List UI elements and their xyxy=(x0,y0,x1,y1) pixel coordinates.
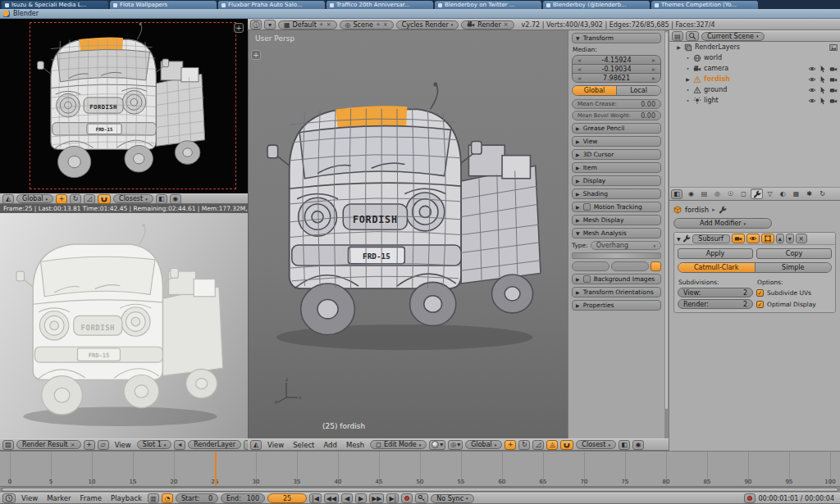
manipulator-rotate-icon[interactable]: ↻ xyxy=(518,440,530,450)
analysis-min-field[interactable] xyxy=(572,261,609,271)
tab-texture-icon[interactable]: ▦ xyxy=(790,188,802,199)
subdivide-uvs-option[interactable]: ✓ Subdivide UVs xyxy=(756,288,832,297)
render-engine-select[interactable]: Cycles Render ▾ xyxy=(396,20,459,30)
mean-crease-field[interactable]: Mean Crease: 0.00 xyxy=(572,99,661,109)
eye-icon[interactable] xyxy=(808,75,816,84)
add-scene-icon[interactable]: + xyxy=(376,21,381,28)
previous-layer-icon[interactable]: ◂ xyxy=(174,440,185,450)
tab-particles-icon[interactable]: ✱ xyxy=(803,188,815,199)
npanel-section-mesh-analysis[interactable]: ▼Mesh Analysis xyxy=(572,228,661,238)
add-modifier-button[interactable]: Add Modifier ▾ xyxy=(673,218,772,229)
catmull-clark-button[interactable]: Catmull-Clark xyxy=(678,263,756,272)
checkbox-icon[interactable] xyxy=(583,203,591,211)
browser-tab[interactable]: Themes Competition (Yo... xyxy=(651,1,758,9)
checkbox-icon[interactable] xyxy=(583,275,591,283)
manipulator-axis-icon[interactable]: ◬ xyxy=(546,440,558,450)
previous-keyframe-button[interactable]: ◀◀ xyxy=(324,493,339,503)
editor-type-properties-icon[interactable]: ◧ xyxy=(671,189,682,199)
timeline-ruler[interactable]: 0510152025303540455055606570758085909510… xyxy=(0,451,840,486)
eye-icon[interactable] xyxy=(808,86,816,94)
toolshelf-expand-icon[interactable]: + xyxy=(251,50,261,60)
editor-type-3dview-icon[interactable]: ◭ xyxy=(250,440,262,450)
eye-icon[interactable] xyxy=(808,97,816,105)
tab-object-icon[interactable]: ◻ xyxy=(737,188,750,199)
snap-peel-icon[interactable]: ◧ xyxy=(156,194,167,204)
snap-magnet-icon[interactable] xyxy=(560,440,573,450)
tab-modifiers-icon[interactable] xyxy=(751,188,763,199)
keying-set-icon[interactable] xyxy=(415,493,428,503)
scrollbar-handle[interactable] xyxy=(2,488,838,492)
modifier-view-toggle-icon[interactable] xyxy=(746,234,760,243)
npanel-section-item[interactable]: ▶Item xyxy=(572,162,661,173)
expand-arrow-icon[interactable]: ▶ xyxy=(685,76,691,82)
mode-select[interactable]: ◻ Edit Mode ▾ xyxy=(370,440,427,449)
npanel-section-motion-tracking[interactable]: ▶Motion Tracking xyxy=(572,202,661,212)
render-restrict-icon[interactable] xyxy=(829,86,838,94)
mesh-menu[interactable]: Mesh xyxy=(343,441,368,449)
npanel-section-background-images[interactable]: ▶Background Images xyxy=(572,274,661,284)
editor-type-3dview-icon[interactable]: ◭ xyxy=(2,194,14,204)
editor-type-outliner-icon[interactable]: ▤ xyxy=(672,31,683,41)
delete-modifier-icon[interactable]: × xyxy=(796,234,807,243)
view-menu[interactable]: View xyxy=(264,441,287,449)
outliner-item-world[interactable]: • world xyxy=(669,52,840,63)
add-layout-icon[interactable]: + xyxy=(319,21,324,28)
tab-physics-icon[interactable]: ↻ xyxy=(816,188,829,199)
analysis-toggle-icon[interactable] xyxy=(651,261,661,271)
image-datablock-select[interactable]: Render Result × xyxy=(16,440,81,449)
slot-select[interactable]: Slot 1 ▾ xyxy=(137,440,171,449)
truck-edit-mesh[interactable]: FORDISH FRD-15 xyxy=(261,81,556,356)
search-icon[interactable] xyxy=(686,31,699,41)
modifier-name-field[interactable]: Subsurf xyxy=(692,234,730,243)
browser-tab[interactable]: Fluxbar Praha Auto Salo... xyxy=(218,1,325,9)
sync-select[interactable]: No Sync ▾ xyxy=(431,494,473,503)
play-reverse-button[interactable]: ◀ xyxy=(341,493,353,503)
frame-lock-icon[interactable]: ◔ xyxy=(162,493,173,503)
local-button[interactable]: Local xyxy=(617,86,660,95)
region-expand-icon[interactable]: + xyxy=(234,23,244,33)
manipulator-translate-icon[interactable]: + xyxy=(56,194,67,204)
marker-menu[interactable]: Marker xyxy=(43,494,74,502)
playback-menu[interactable]: Playback xyxy=(107,494,145,502)
mean-bevel-field[interactable]: Mean Bevel Weight: 0.00 xyxy=(572,111,661,120)
render-restrict-icon[interactable] xyxy=(829,65,838,73)
screencast-icon[interactable] xyxy=(744,493,756,503)
optimal-display-option[interactable]: ✓ Optimal Display xyxy=(756,299,832,309)
render-restrict-icon[interactable] xyxy=(829,75,838,84)
npanel-section-3d-cursor[interactable]: ▶3D Cursor xyxy=(572,149,661,160)
copy-button[interactable]: Copy xyxy=(756,248,832,259)
browser-tab[interactable]: Isuzu & Speciali Media L... xyxy=(2,1,108,9)
editor-type-info-icon[interactable]: ⓘ xyxy=(250,20,262,30)
move-modifier-down-icon[interactable]: ▾ xyxy=(786,234,794,243)
end-frame-field[interactable]: End: 100 xyxy=(221,493,265,503)
move-modifier-up-icon[interactable]: ▴ xyxy=(776,234,784,243)
pivot-point-select[interactable]: ◎▾ xyxy=(448,440,463,450)
pointer-icon[interactable] xyxy=(819,86,827,94)
outliner-item-renderlayers[interactable]: ▶ RenderLayers xyxy=(669,42,840,52)
pointer-icon[interactable] xyxy=(819,97,827,105)
modifier-edit-toggle-icon[interactable] xyxy=(761,234,774,243)
select-menu[interactable]: Select xyxy=(290,441,317,449)
snap-peel-icon[interactable]: ◧ xyxy=(619,440,630,450)
modifier-render-toggle-icon[interactable] xyxy=(732,234,745,243)
render-layer-select[interactable]: RenderLayer xyxy=(188,440,241,449)
render-restrict-icon[interactable] xyxy=(829,97,838,105)
manipulator-scale-icon[interactable]: ◿ xyxy=(532,440,544,450)
timeline-scrollbar[interactable] xyxy=(0,486,840,493)
analysis-max-field[interactable] xyxy=(611,261,649,271)
eye-icon[interactable] xyxy=(808,65,816,73)
outliner-item-camera[interactable]: • camera xyxy=(669,63,840,74)
browser-tab[interactable]: Traffico 20th Anniversar... xyxy=(326,1,433,9)
render-opengl-icon[interactable]: ◉ xyxy=(170,194,181,204)
current-frame-field[interactable]: 25 xyxy=(267,493,307,503)
expand-arrow-icon[interactable]: ▶ xyxy=(676,44,682,50)
view-subdivisions-field[interactable]: View: 2 xyxy=(678,288,753,297)
pointer-icon[interactable] xyxy=(819,65,827,73)
analysis-type-select[interactable]: Overhang ▾ xyxy=(591,241,661,250)
triangle-down-icon[interactable]: ▼ xyxy=(677,236,681,242)
render-result-view[interactable]: FORDISH FRD-15 xyxy=(0,213,248,438)
tab-world-icon[interactable]: ☉ xyxy=(724,188,737,199)
manipulator-translate-icon[interactable]: + xyxy=(504,440,516,450)
npanel-section-transform[interactable]: ▼ Transform xyxy=(572,33,661,43)
screen-layout-select[interactable]: ▦ Default + × xyxy=(278,20,337,30)
